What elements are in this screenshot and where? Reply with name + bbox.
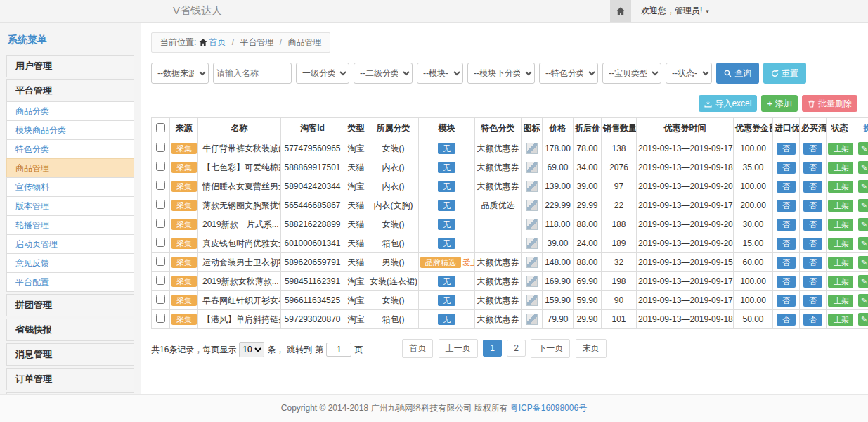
status-toggle[interactable]: 上架 [828, 295, 853, 307]
must-buy-toggle[interactable]: 否 [803, 162, 822, 174]
status-toggle[interactable]: 上架 [828, 181, 853, 193]
import-select-toggle[interactable]: 否 [777, 200, 796, 212]
sidebar-item-user-management[interactable]: 用户管理 [6, 55, 134, 77]
edit-button[interactable]: ✎ [858, 237, 868, 250]
sidebar-item-product-category[interactable]: 商品分类 [6, 101, 134, 121]
module-subcategory-select[interactable]: --模块下分类-- [467, 63, 535, 84]
status-toggle[interactable]: 上架 [828, 238, 853, 250]
select-all-checkbox[interactable] [156, 123, 165, 132]
home-button[interactable] [610, 0, 631, 22]
import-select-toggle[interactable]: 否 [777, 181, 796, 193]
edit-button[interactable]: ✎ [858, 199, 868, 212]
row-checkbox[interactable] [156, 257, 165, 266]
row-checkbox[interactable] [156, 238, 165, 247]
sidebar-item-feature-category[interactable]: 特色分类 [6, 139, 134, 159]
row-checkbox[interactable] [156, 162, 165, 171]
sidebar-item-platform-config[interactable]: 平台配置 [6, 272, 134, 292]
row-checkbox[interactable] [156, 314, 165, 323]
source-cell: 采集 [170, 253, 198, 272]
status-toggle[interactable]: 上架 [828, 314, 853, 326]
import-select-toggle[interactable]: 否 [777, 257, 796, 269]
status-toggle[interactable]: 上架 [828, 143, 853, 155]
feature-category-select[interactable]: --特色分类-- [539, 63, 598, 84]
import-excel-button[interactable]: 导入excel [699, 95, 757, 112]
prev-page-button[interactable]: 上一页 [439, 339, 478, 358]
row-checkbox[interactable] [156, 143, 165, 152]
row-checkbox[interactable] [156, 200, 165, 209]
edit-button[interactable]: ✎ [858, 142, 868, 155]
must-buy-toggle[interactable]: 否 [803, 143, 822, 155]
col-header-coupon-amount: 优惠券金额 [734, 118, 773, 139]
must-buy-toggle[interactable]: 否 [803, 200, 822, 212]
edit-button[interactable]: ✎ [858, 180, 868, 193]
last-page-button[interactable]: 末页 [576, 339, 607, 358]
status-toggle[interactable]: 上架 [828, 162, 853, 174]
jump-page-input[interactable] [326, 343, 351, 357]
per-page-select[interactable]: 10 [239, 342, 264, 357]
must-buy-toggle[interactable]: 否 [803, 295, 822, 307]
breadcrumb-home-link[interactable]: 首页 [209, 37, 226, 47]
status-toggle[interactable]: 上架 [828, 276, 853, 288]
edit-button[interactable]: ✎ [858, 275, 868, 288]
import-select-toggle[interactable]: 否 [777, 295, 796, 307]
reset-button[interactable]: 重置 [763, 63, 806, 84]
edit-button[interactable]: ✎ [858, 218, 868, 231]
page-1-button[interactable]: 1 [483, 340, 502, 357]
edit-button[interactable]: ✎ [858, 256, 868, 269]
row-checkbox[interactable] [156, 276, 165, 285]
import-select-toggle[interactable]: 否 [777, 276, 796, 288]
edit-button[interactable]: ✎ [858, 161, 868, 174]
status-toggle[interactable]: 上架 [828, 219, 853, 231]
must-buy-toggle[interactable]: 否 [803, 276, 822, 288]
must-buy-toggle[interactable]: 否 [803, 257, 822, 269]
import-select-toggle[interactable]: 否 [777, 219, 796, 231]
row-checkbox[interactable] [156, 219, 165, 228]
module-select[interactable]: --模块-- [417, 63, 463, 84]
data-source-select[interactable]: --数据来源-- [151, 63, 209, 84]
must-buy-toggle[interactable]: 否 [803, 238, 822, 250]
item-type-select[interactable]: --宝贝类型-- [602, 63, 661, 84]
sidebar-item-exchange-management[interactable]: 兑换管理 [6, 392, 134, 394]
add-button[interactable]: + 添加 [761, 95, 798, 112]
page-2-button[interactable]: 2 [507, 340, 526, 357]
sidebar-item-feedback[interactable]: 意见反馈 [6, 253, 134, 273]
row-checkbox[interactable] [156, 181, 165, 190]
import-select-toggle[interactable]: 否 [777, 238, 796, 250]
sidebar-item-carousel-management[interactable]: 轮播管理 [6, 215, 134, 235]
must-buy-cell: 否 [800, 272, 827, 291]
level2-category-select[interactable]: --二级分类-- [354, 63, 413, 84]
edit-button[interactable]: ✎ [858, 294, 868, 307]
sidebar-item-module-product-category[interactable]: 模块商品分类 [6, 120, 134, 140]
sidebar-item-platform-management[interactable]: 平台管理 [6, 79, 134, 102]
must-buy-toggle[interactable]: 否 [803, 181, 822, 193]
status-toggle[interactable]: 上架 [828, 200, 853, 212]
sidebar-item-splash-page-management[interactable]: 启动页管理 [6, 234, 134, 254]
import-select-toggle[interactable]: 否 [777, 143, 796, 155]
status-toggle[interactable]: 上架 [828, 257, 853, 269]
status-cell: 上架 [827, 158, 853, 177]
first-page-button[interactable]: 首页 [402, 339, 433, 358]
sidebar-item-promo-material[interactable]: 宣传物料 [6, 177, 134, 197]
search-button[interactable]: 查询 [716, 63, 759, 84]
sidebar-item-order-management[interactable]: 订单管理 [6, 368, 134, 390]
sidebar-item-groupbuy-management[interactable]: 拼团管理 [6, 294, 134, 316]
import-select-toggle[interactable]: 否 [777, 162, 796, 174]
sidebar-item-product-management[interactable]: 商品管理 [6, 158, 134, 178]
batch-delete-button[interactable]: 批量删除 [802, 95, 857, 112]
sidebar-item-version-management[interactable]: 版本管理 [6, 196, 134, 216]
must-buy-toggle[interactable]: 否 [803, 314, 822, 326]
next-page-button[interactable]: 下一页 [531, 339, 570, 358]
import-select-toggle[interactable]: 否 [777, 314, 796, 326]
name-search-input[interactable] [213, 63, 292, 84]
status-select[interactable]: --状态-- [666, 63, 712, 84]
sidebar-item-message-management[interactable]: 消息管理 [6, 343, 134, 366]
row-checkbox[interactable] [156, 295, 165, 304]
must-buy-toggle[interactable]: 否 [803, 219, 822, 231]
level1-category-select[interactable]: 一级分类 [296, 63, 349, 84]
sidebar-item-saving-express[interactable]: 省钱快报 [6, 319, 134, 341]
taoke-id-cell: 577479560965 [281, 139, 344, 158]
icp-link[interactable]: 粤ICP备16098006号 [510, 402, 587, 414]
user-menu[interactable]: 欢迎您，管理员! ▾ [641, 5, 709, 17]
breadcrumb-platform-management[interactable]: 平台管理 [240, 37, 273, 47]
edit-button[interactable]: ✎ [858, 313, 868, 326]
